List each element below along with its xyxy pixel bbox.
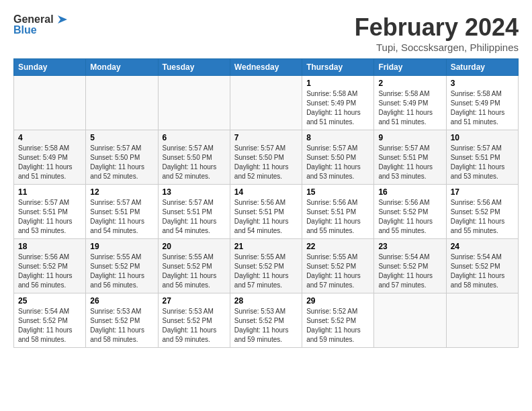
calendar-week-2: 11Sunrise: 5:57 AMSunset: 5:51 PMDayligh… bbox=[14, 185, 519, 239]
day-number: 11 bbox=[18, 187, 81, 197]
day-number: 8 bbox=[306, 133, 369, 142]
calendar-cell: 14Sunrise: 5:56 AMSunset: 5:51 PMDayligh… bbox=[230, 185, 302, 239]
calendar-cell: 15Sunrise: 5:56 AMSunset: 5:51 PMDayligh… bbox=[302, 185, 374, 239]
day-info: Sunrise: 5:57 AMSunset: 5:51 PMDaylight:… bbox=[378, 144, 433, 180]
day-number: 16 bbox=[378, 187, 441, 197]
header-tuesday: Tuesday bbox=[158, 59, 230, 76]
day-number: 14 bbox=[234, 187, 298, 197]
calendar-cell bbox=[446, 293, 518, 348]
day-info: Sunrise: 5:57 AMSunset: 5:50 PMDaylight:… bbox=[90, 144, 144, 180]
day-info: Sunrise: 5:52 AMSunset: 5:52 PMDaylight:… bbox=[306, 308, 361, 343]
day-info: Sunrise: 5:55 AMSunset: 5:52 PMDaylight:… bbox=[163, 253, 217, 289]
day-info: Sunrise: 5:58 AMSunset: 5:49 PMDaylight:… bbox=[378, 90, 433, 126]
day-number: 12 bbox=[90, 187, 153, 197]
day-number: 20 bbox=[163, 242, 226, 251]
calendar-cell: 19Sunrise: 5:55 AMSunset: 5:52 PMDayligh… bbox=[86, 239, 158, 293]
calendar-cell: 3Sunrise: 5:58 AMSunset: 5:49 PMDaylight… bbox=[446, 76, 518, 130]
header-wednesday: Wednesday bbox=[230, 59, 302, 76]
calendar-cell: 7Sunrise: 5:57 AMSunset: 5:50 PMDaylight… bbox=[230, 130, 302, 185]
header-saturday: Saturday bbox=[446, 59, 518, 76]
calendar-cell: 9Sunrise: 5:57 AMSunset: 5:51 PMDaylight… bbox=[374, 130, 446, 185]
day-info: Sunrise: 5:56 AMSunset: 5:52 PMDaylight:… bbox=[451, 199, 505, 234]
calendar-cell: 20Sunrise: 5:55 AMSunset: 5:52 PMDayligh… bbox=[158, 239, 230, 293]
calendar-cell: 22Sunrise: 5:55 AMSunset: 5:52 PMDayligh… bbox=[302, 239, 374, 293]
day-info: Sunrise: 5:57 AMSunset: 5:50 PMDaylight:… bbox=[234, 144, 289, 180]
page-header: General Blue February 2024 Tupi, Soccsks… bbox=[13, 13, 519, 53]
day-number: 9 bbox=[378, 133, 441, 142]
calendar-cell: 8Sunrise: 5:57 AMSunset: 5:50 PMDaylight… bbox=[302, 130, 374, 185]
day-info: Sunrise: 5:58 AMSunset: 5:49 PMDaylight:… bbox=[306, 90, 361, 126]
header-monday: Monday bbox=[86, 59, 158, 76]
header-friday: Friday bbox=[374, 59, 446, 76]
day-info: Sunrise: 5:57 AMSunset: 5:51 PMDaylight:… bbox=[18, 199, 73, 234]
day-info: Sunrise: 5:53 AMSunset: 5:52 PMDaylight:… bbox=[90, 308, 144, 343]
day-number: 26 bbox=[90, 296, 153, 306]
calendar-cell: 24Sunrise: 5:54 AMSunset: 5:52 PMDayligh… bbox=[446, 239, 518, 293]
calendar-table: Sunday Monday Tuesday Wednesday Thursday… bbox=[13, 58, 519, 348]
calendar-cell: 12Sunrise: 5:57 AMSunset: 5:51 PMDayligh… bbox=[86, 185, 158, 239]
day-info: Sunrise: 5:55 AMSunset: 5:52 PMDaylight:… bbox=[234, 253, 289, 289]
calendar-cell bbox=[158, 76, 230, 130]
calendar-cell: 27Sunrise: 5:53 AMSunset: 5:52 PMDayligh… bbox=[158, 293, 230, 348]
calendar-cell: 18Sunrise: 5:56 AMSunset: 5:52 PMDayligh… bbox=[14, 239, 86, 293]
day-number: 3 bbox=[451, 79, 514, 88]
calendar-cell bbox=[374, 293, 446, 348]
day-number: 17 bbox=[451, 187, 514, 197]
day-number: 23 bbox=[378, 242, 441, 251]
calendar-cell: 10Sunrise: 5:57 AMSunset: 5:51 PMDayligh… bbox=[446, 130, 518, 185]
day-number: 27 bbox=[163, 296, 226, 306]
day-info: Sunrise: 5:56 AMSunset: 5:52 PMDaylight:… bbox=[18, 253, 73, 289]
calendar-subtitle: Tupi, Soccsksargen, Philippines bbox=[355, 42, 519, 53]
calendar-cell: 21Sunrise: 5:55 AMSunset: 5:52 PMDayligh… bbox=[230, 239, 302, 293]
day-info: Sunrise: 5:55 AMSunset: 5:52 PMDaylight:… bbox=[306, 253, 361, 289]
calendar-cell: 1Sunrise: 5:58 AMSunset: 5:49 PMDaylight… bbox=[302, 76, 374, 130]
day-number: 4 bbox=[18, 133, 81, 142]
calendar-cell: 28Sunrise: 5:53 AMSunset: 5:52 PMDayligh… bbox=[230, 293, 302, 348]
calendar-cell: 11Sunrise: 5:57 AMSunset: 5:51 PMDayligh… bbox=[14, 185, 86, 239]
calendar-week-1: 4Sunrise: 5:58 AMSunset: 5:49 PMDaylight… bbox=[14, 130, 519, 185]
day-number: 28 bbox=[234, 296, 298, 306]
day-info: Sunrise: 5:53 AMSunset: 5:52 PMDaylight:… bbox=[234, 308, 289, 343]
calendar-cell: 26Sunrise: 5:53 AMSunset: 5:52 PMDayligh… bbox=[86, 293, 158, 348]
calendar-week-3: 18Sunrise: 5:56 AMSunset: 5:52 PMDayligh… bbox=[14, 239, 519, 293]
day-header-row: Sunday Monday Tuesday Wednesday Thursday… bbox=[14, 59, 519, 76]
day-number: 7 bbox=[234, 133, 298, 142]
header-thursday: Thursday bbox=[302, 59, 374, 76]
day-info: Sunrise: 5:57 AMSunset: 5:50 PMDaylight:… bbox=[163, 144, 217, 180]
day-info: Sunrise: 5:57 AMSunset: 5:51 PMDaylight:… bbox=[451, 144, 505, 180]
day-info: Sunrise: 5:54 AMSunset: 5:52 PMDaylight:… bbox=[378, 253, 433, 289]
day-number: 15 bbox=[306, 187, 369, 197]
svg-marker-0 bbox=[58, 15, 67, 24]
day-number: 21 bbox=[234, 242, 298, 251]
calendar-week-0: 1Sunrise: 5:58 AMSunset: 5:49 PMDaylight… bbox=[14, 76, 519, 130]
day-info: Sunrise: 5:57 AMSunset: 5:50 PMDaylight:… bbox=[306, 144, 361, 180]
day-info: Sunrise: 5:54 AMSunset: 5:52 PMDaylight:… bbox=[18, 308, 73, 343]
day-info: Sunrise: 5:54 AMSunset: 5:52 PMDaylight:… bbox=[451, 253, 505, 289]
day-number: 19 bbox=[90, 242, 153, 251]
day-info: Sunrise: 5:55 AMSunset: 5:52 PMDaylight:… bbox=[90, 253, 144, 289]
day-info: Sunrise: 5:58 AMSunset: 5:49 PMDaylight:… bbox=[451, 90, 505, 126]
calendar-cell: 23Sunrise: 5:54 AMSunset: 5:52 PMDayligh… bbox=[374, 239, 446, 293]
day-number: 5 bbox=[90, 133, 153, 142]
calendar-cell: 29Sunrise: 5:52 AMSunset: 5:52 PMDayligh… bbox=[302, 293, 374, 348]
title-area: February 2024 Tupi, Soccsksargen, Philip… bbox=[355, 13, 519, 53]
day-number: 13 bbox=[163, 187, 226, 197]
calendar-cell: 16Sunrise: 5:56 AMSunset: 5:52 PMDayligh… bbox=[374, 185, 446, 239]
day-number: 18 bbox=[18, 242, 81, 251]
calendar-cell: 17Sunrise: 5:56 AMSunset: 5:52 PMDayligh… bbox=[446, 185, 518, 239]
day-number: 6 bbox=[163, 133, 226, 142]
day-number: 22 bbox=[306, 242, 369, 251]
calendar-cell: 4Sunrise: 5:58 AMSunset: 5:49 PMDaylight… bbox=[14, 130, 86, 185]
day-number: 24 bbox=[451, 242, 514, 251]
calendar-cell bbox=[230, 76, 302, 130]
day-info: Sunrise: 5:58 AMSunset: 5:49 PMDaylight:… bbox=[18, 144, 73, 180]
calendar-cell: 5Sunrise: 5:57 AMSunset: 5:50 PMDaylight… bbox=[86, 130, 158, 185]
day-number: 10 bbox=[451, 133, 514, 142]
day-info: Sunrise: 5:56 AMSunset: 5:51 PMDaylight:… bbox=[234, 199, 289, 234]
day-info: Sunrise: 5:56 AMSunset: 5:52 PMDaylight:… bbox=[378, 199, 433, 234]
day-info: Sunrise: 5:53 AMSunset: 5:52 PMDaylight:… bbox=[163, 308, 217, 343]
calendar-cell bbox=[86, 76, 158, 130]
calendar-cell: 6Sunrise: 5:57 AMSunset: 5:50 PMDaylight… bbox=[158, 130, 230, 185]
logo: General Blue bbox=[13, 13, 67, 36]
calendar-cell bbox=[14, 76, 86, 130]
